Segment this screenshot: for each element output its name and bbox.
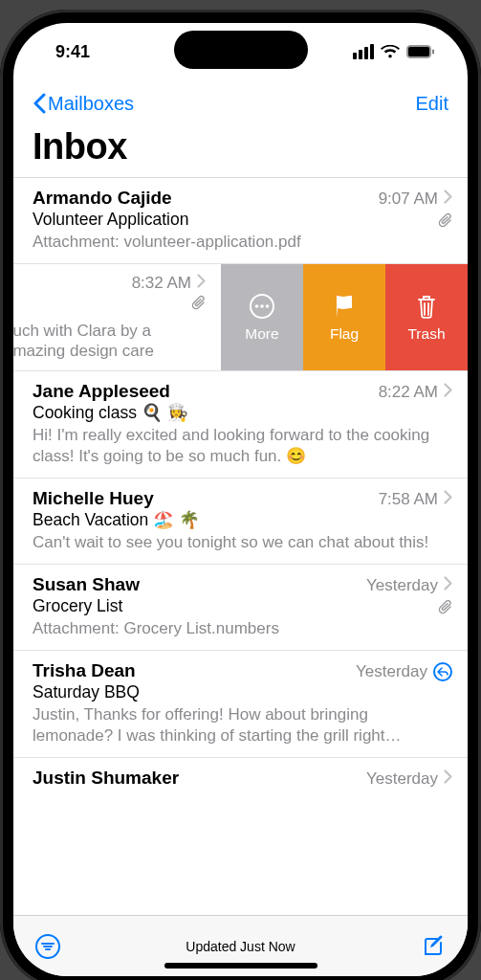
title-row: Inbox [13, 126, 468, 177]
paperclip-icon [191, 295, 206, 310]
timestamp: Yesterday [366, 576, 438, 595]
timestamp: 7:58 AM [379, 490, 438, 509]
preview: Hi! I'm really excited and looking forwa… [33, 425, 452, 466]
swipe-flag-button[interactable]: Flag [303, 264, 385, 370]
svg-point-4 [255, 304, 259, 308]
message-row[interactable]: Armando Cajide 9:07 AM Volunteer Applica… [13, 178, 468, 264]
paperclip-icon [438, 599, 452, 614]
timestamp: Yesterday [356, 662, 427, 681]
home-indicator[interactable] [164, 963, 317, 969]
message-row[interactable]: Jane Appleseed 8:22 AM Cooking class 🍳 👩… [13, 371, 468, 479]
message-row[interactable]: Trisha Dean Yesterday Saturday BBQ Justi… [13, 651, 468, 758]
preview: ouch with Clara by a amazing design care [13, 321, 206, 362]
chevron-right-icon [444, 769, 452, 784]
subject: Cooking class 🍳 👩‍🍳 [33, 403, 188, 423]
swipe-trash-label: Trash [407, 325, 445, 343]
toolbar-status: Updated Just Now [13, 939, 468, 954]
message-row-swiped[interactable]: 8:32 AM ouch with Clara by a amazing des… [13, 264, 468, 371]
message-row[interactable]: Michelle Huey 7:58 AM Beach Vacation 🏖️ … [13, 479, 468, 565]
subject: Saturday BBQ [33, 682, 140, 702]
chevron-right-icon [444, 490, 452, 504]
svg-point-5 [260, 304, 264, 308]
battery-icon [406, 45, 435, 58]
cellular-icon [353, 44, 374, 59]
svg-point-6 [266, 304, 270, 308]
sender: Armando Cajide [33, 188, 379, 209]
page-title: Inbox [33, 126, 448, 167]
swipe-trash-button[interactable]: Trash [385, 264, 468, 370]
wifi-icon [381, 45, 400, 59]
preview: Attachment: volunteer-application.pdf [33, 232, 452, 252]
subject: Volunteer Application [33, 210, 188, 230]
screen: 9:41 Mailboxes Edit [13, 23, 468, 976]
reply-indicator-icon [433, 662, 452, 681]
preview: Can't wait to see you tonight so we can … [33, 532, 452, 552]
sender: Justin Shumaker [33, 768, 366, 789]
chevron-left-icon [33, 93, 46, 114]
swipe-more-button[interactable]: More [221, 264, 303, 370]
swipe-flag-label: Flag [330, 325, 359, 343]
preview: Attachment: Grocery List.numbers [33, 618, 452, 638]
sender: Michelle Huey [33, 488, 379, 509]
edit-button[interactable]: Edit [416, 93, 448, 115]
trash-icon [415, 293, 438, 320]
back-button[interactable]: Mailboxes [33, 93, 134, 115]
subject: Grocery List [33, 596, 122, 616]
message-row[interactable]: Susan Shaw Yesterday Grocery List Attach… [13, 565, 468, 651]
preview: Justin, Thanks for offering! How about b… [33, 704, 452, 746]
nav-bar: Mailboxes Edit [13, 80, 468, 126]
more-icon [249, 293, 275, 320]
svg-rect-2 [432, 50, 434, 55]
chevron-right-icon [444, 383, 452, 397]
swipe-more-label: More [245, 325, 278, 343]
timestamp: Yesterday [366, 769, 438, 789]
compose-button[interactable] [420, 933, 447, 960]
paperclip-icon [438, 212, 452, 228]
chevron-right-icon [197, 274, 206, 288]
sender: Susan Shaw [33, 574, 366, 595]
timestamp: 8:22 AM [379, 383, 438, 402]
message-row[interactable]: Justin Shumaker Yesterday [13, 758, 468, 792]
chevron-right-icon [444, 576, 452, 590]
swipe-actions: More Flag Trash [221, 264, 468, 370]
sender: Trisha Dean [33, 660, 356, 681]
filter-button[interactable] [34, 933, 61, 960]
message-list[interactable]: Armando Cajide 9:07 AM Volunteer Applica… [13, 177, 468, 915]
chevron-right-icon [444, 189, 452, 204]
subject: Beach Vacation 🏖️ 🌴 [33, 510, 200, 530]
sender: Jane Appleseed [33, 381, 379, 402]
svg-rect-1 [408, 47, 429, 56]
status-icons [353, 44, 435, 59]
dynamic-island [174, 31, 308, 69]
timestamp: 8:32 AM [132, 274, 191, 293]
flag-icon [333, 293, 356, 320]
timestamp: 9:07 AM [379, 189, 438, 209]
phone-frame: 9:41 Mailboxes Edit [0, 10, 481, 980]
status-time: 9:41 [55, 42, 90, 62]
back-label: Mailboxes [48, 93, 134, 115]
